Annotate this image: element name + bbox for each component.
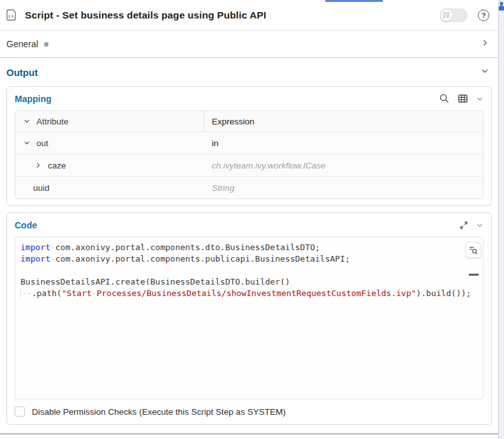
expression-cell[interactable]: String: [204, 177, 483, 198]
expand-icon[interactable]: [459, 221, 468, 230]
code-token: .path(: [32, 288, 62, 298]
mapping-header[interactable]: Mapping: [7, 87, 491, 110]
column-label: Attribute: [36, 117, 68, 126]
canvas-strip: [498, 0, 504, 439]
expander-expand-icon[interactable]: [33, 160, 43, 170]
expression-cell[interactable]: ch.ivyteam.ivy.workflow.ICase: [204, 154, 483, 176]
attribute-cell: uuid: [15, 177, 204, 198]
attribute-cell: caze: [15, 154, 204, 176]
code-token: com.axonivy.portal.components.dto.Busine…: [56, 242, 320, 252]
mapping-card: Mapping: [6, 86, 492, 206]
code-token: Processes/BusinessDetails/showInvestment…: [96, 288, 416, 298]
chevron-right-icon: [480, 38, 489, 50]
code-line[interactable]: import·com.axonivy.portal.components.pub…: [20, 253, 483, 265]
disable-permission-label: Disable Permission Checks (Execute this …: [32, 407, 286, 417]
disable-permission-checkbox[interactable]: [15, 406, 25, 417]
chevron-down-icon[interactable]: [476, 221, 484, 229]
script-inscription-panel: Script - Set business details page using…: [0, 0, 498, 435]
code-line[interactable]: BusinessDetailsAPI.create(BusinessDetail…: [20, 276, 483, 288]
mapping-title: Mapping: [15, 94, 431, 104]
code-token: "Start: [62, 288, 92, 298]
code-token: ·: [50, 242, 56, 252]
table-row[interactable]: uuidString: [15, 176, 483, 198]
dialog-header: Script - Set business details page using…: [0, 0, 498, 31]
section-general[interactable]: General: [0, 31, 498, 58]
code-token: [20, 289, 21, 297]
column-label: Expression: [212, 117, 255, 126]
code-token: ··: [22, 288, 32, 298]
code-line[interactable]: import·com.axonivy.portal.components.dto…: [20, 242, 483, 253]
description-toggle[interactable]: [440, 8, 468, 22]
attribute-label: out: [36, 138, 48, 148]
code-token: BusinessDetailsAPI.create(BusinessDetail…: [20, 277, 290, 286]
code-token: import: [20, 242, 50, 252]
code-lines: import·com.axonivy.portal.components.dto…: [20, 242, 483, 299]
expander-collapse-icon[interactable]: [22, 138, 32, 148]
code-token: com.axonivy.portal.components.publicapi.…: [56, 254, 350, 264]
permission-row: Disable Permission Checks (Execute this …: [7, 399, 491, 424]
overview-ruler-marker: [469, 274, 478, 276]
attribute-header-cell: Attribute: [15, 111, 204, 131]
code-card: Code import·com.axonivy.portal.component…: [6, 212, 492, 425]
page-title: Script - Set business details page using…: [25, 10, 440, 21]
expression-cell[interactable]: in: [204, 132, 483, 154]
table-header-row: Attribute Expression: [15, 111, 483, 131]
collapse-all-icon[interactable]: [22, 116, 32, 126]
code-token: ·: [50, 254, 56, 264]
code-title: Code: [15, 220, 452, 230]
table-body: outincazech.ivyteam.ivy.workflow.ICaseuu…: [15, 131, 483, 198]
find-in-code-icon[interactable]: [466, 242, 481, 258]
attribute-label: uuid: [33, 183, 50, 193]
chevron-down-icon[interactable]: [476, 95, 484, 103]
user-icon: [498, 1, 504, 13]
window-tab-accent: [325, 0, 383, 2]
chevron-down-icon: [480, 66, 489, 78]
general-label: General: [6, 39, 38, 49]
section-output[interactable]: Output: [0, 58, 498, 86]
description-toggle-icon: [441, 10, 452, 21]
output-label: Output: [6, 67, 38, 78]
search-icon[interactable]: [439, 93, 450, 104]
code-token: import: [20, 254, 50, 264]
code-token: ).build());: [416, 288, 471, 298]
script-icon: [6, 9, 18, 22]
attribute-cell: out: [15, 132, 204, 154]
table-icon[interactable]: [457, 93, 468, 104]
table-row[interactable]: outin: [15, 131, 483, 154]
attribute-label: caze: [48, 161, 66, 170]
expression-header-cell: Expression: [204, 111, 483, 131]
code-line[interactable]: [20, 265, 483, 276]
code-header[interactable]: Code: [7, 213, 491, 237]
code-editor[interactable]: import·com.axonivy.portal.components.dto…: [15, 237, 484, 399]
help-icon[interactable]: ?: [478, 10, 489, 21]
mapping-table: Attribute Expression outincazech.ivyteam…: [15, 110, 484, 199]
modified-dot-icon: [44, 42, 48, 47]
table-row[interactable]: cazech.ivyteam.ivy.workflow.ICase: [15, 154, 483, 176]
code-line[interactable]: ··.path("Start·Processes/BusinessDetails…: [20, 288, 483, 299]
